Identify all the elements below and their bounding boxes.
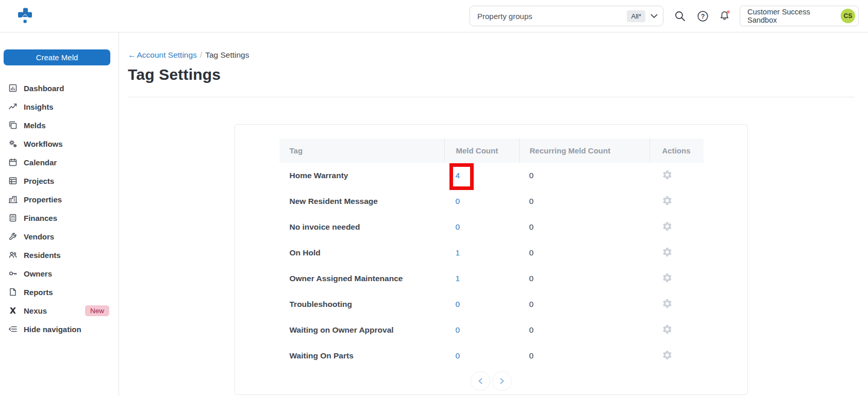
owners-icon [8,269,18,278]
projects-icon [8,176,18,185]
sidebar-item-reports[interactable]: Reports [0,283,119,301]
recurring-meld-count: 0 [519,274,649,283]
vendors-icon [8,232,18,241]
search-input[interactable] [477,12,627,21]
table-row: Troubleshooting 0 0 [279,291,704,317]
chevron-right-icon [499,377,505,385]
column-header-recurring-meld-count: Recurring Meld Count [519,139,649,163]
previous-page-button[interactable] [471,371,490,391]
sidebar-item-label: Dashboard [24,84,64,93]
tag-name: No invoice needed [279,222,444,232]
sidebar-item-label: Vendors [24,232,54,241]
nexus-icon [8,306,18,315]
account-name: Customer Success Sandbox [747,8,841,24]
account-menu[interactable]: Customer Success Sandbox CS [740,6,859,26]
tag-name: Home Warranty [279,171,444,180]
property-groups-search: All* [470,6,663,26]
tag-name: Troubleshooting [279,300,444,309]
search-icon[interactable] [674,10,686,22]
pagination [235,371,747,391]
reports-icon [8,287,18,297]
gear-icon[interactable] [662,324,673,335]
meld-count-link[interactable]: 0 [456,197,460,205]
sidebar-item-vendors[interactable]: Vendors [0,227,119,246]
meld-count-link[interactable]: 0 [456,300,460,308]
sidebar-item-label: Nexus [24,306,47,315]
notification-bell-icon[interactable] [719,10,731,22]
breadcrumb-current: Tag Settings [205,50,249,60]
meld-count-link[interactable]: 1 [456,248,460,257]
sidebar-item-label: Finances [24,214,57,222]
recurring-meld-count: 0 [519,351,649,360]
gear-icon[interactable] [662,350,673,360]
table-row: Waiting On Parts 0 0 [279,343,704,369]
table-row: Waiting on Owner Approval 0 0 [279,317,704,343]
page-title: Tag Settings [128,66,855,83]
chevron-down-icon[interactable] [650,14,658,19]
sidebar-item-finances[interactable]: Finances [0,209,119,227]
sidebar-item-label: Residents [24,251,61,260]
sidebar: Create Meld Dashboard Insights Melds [0,32,119,396]
gear-icon[interactable] [662,221,673,232]
tag-name: Waiting on Owner Approval [279,325,444,335]
new-badge: New [85,305,109,316]
tag-name: New Resident Message [279,197,444,206]
filter-badge[interactable]: All* [627,10,645,22]
recurring-meld-count: 0 [519,325,649,335]
sidebar-item-dashboard[interactable]: Dashboard [0,79,119,97]
column-header-actions: Actions [649,139,704,163]
gear-icon[interactable] [662,169,673,180]
sidebar-item-label: Projects [24,177,54,185]
sidebar-item-residents[interactable]: Residents [0,246,119,264]
sidebar-item-melds[interactable]: Melds [0,116,119,134]
sidebar-item-properties[interactable]: Properties [0,190,119,209]
tags-table-card: Tag Meld Count Recurring Meld Count Acti… [235,124,748,395]
heading-divider [128,97,855,97]
tags-table: Tag Meld Count Recurring Meld Count Acti… [279,139,704,369]
gear-icon[interactable] [662,298,673,309]
breadcrumb: ←Account Settings / Tag Settings [128,50,855,60]
sidebar-item-hide-navigation[interactable]: Hide navigation [0,320,119,338]
gear-icon[interactable] [662,247,673,257]
sidebar-item-insights[interactable]: Insights [0,97,119,116]
next-page-button[interactable] [492,371,512,391]
meld-count-link[interactable]: 4 [456,171,460,180]
sidebar-item-label: Owners [24,269,52,278]
gear-icon[interactable] [662,272,673,283]
sidebar-item-nexus[interactable]: Nexus New [0,301,119,320]
sidebar-item-calendar[interactable]: Calendar [0,153,119,171]
hide-navigation-icon [8,324,18,334]
sidebar-item-label: Calendar [24,158,57,167]
sidebar-item-label: Properties [24,195,62,204]
recurring-meld-count: 0 [519,222,649,232]
recurring-meld-count: 0 [519,171,649,180]
table-row: On Hold 1 0 [279,240,704,266]
insights-icon [8,102,18,111]
tag-name: Waiting On Parts [279,351,444,360]
tag-name: On Hold [279,248,444,257]
sidebar-item-owners[interactable]: Owners [0,264,119,283]
column-header-tag: Tag [279,146,444,155]
meld-count-link[interactable]: 0 [456,222,460,231]
meld-count-link[interactable]: 1 [456,274,460,283]
sidebar-item-projects[interactable]: Projects [0,171,119,190]
chevron-left-icon [477,377,483,385]
sidebar-item-label: Insights [24,102,54,111]
table-row: Owner Assigned Maintenance 1 0 [279,266,704,291]
notification-dot [727,10,730,13]
column-header-meld-count: Meld Count [444,139,519,163]
table-row: New Resident Message 0 0 [279,188,704,214]
recurring-meld-count: 0 [519,248,649,257]
back-to-account-settings-link[interactable]: ←Account Settings [128,50,197,60]
help-icon[interactable]: ? [696,10,709,22]
melds-icon [8,120,18,130]
meld-count-link[interactable]: 0 [456,325,460,334]
sidebar-item-label: Hide navigation [24,325,81,334]
meld-count-link[interactable]: 0 [456,351,460,360]
gear-icon[interactable] [662,195,673,206]
sidebar-item-workflows[interactable]: Workflows [0,134,119,153]
table-header-row: Tag Meld Count Recurring Meld Count Acti… [279,139,704,163]
property-meld-logo-icon[interactable] [15,5,36,27]
create-meld-button[interactable]: Create Meld [4,49,110,65]
finances-icon [8,213,18,222]
